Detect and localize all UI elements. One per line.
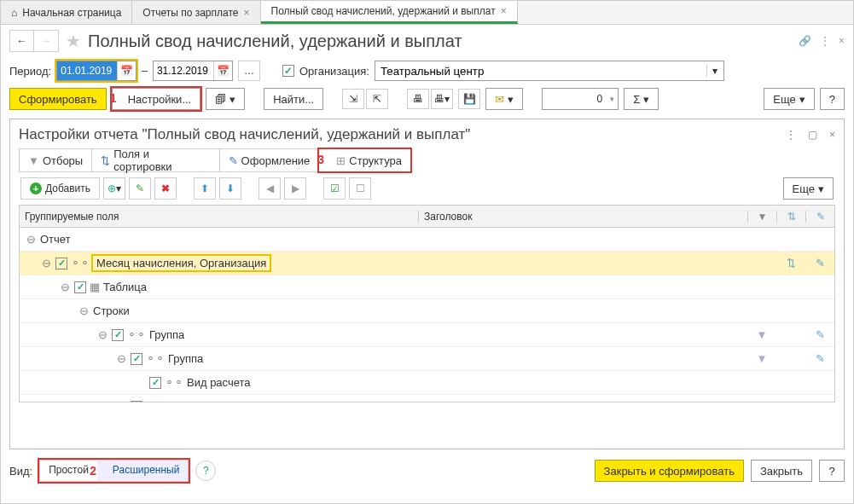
tab-reports-label: Отчеты по зарплате — [142, 7, 238, 19]
check-all-icon[interactable]: ☑ — [323, 177, 346, 200]
date-from-input[interactable] — [57, 61, 117, 80]
maximize-icon[interactable]: ▢ — [808, 129, 817, 141]
tab-home[interactable]: ⌂ Начальная страница — [1, 1, 132, 24]
view-simple[interactable]: Простой — [40, 461, 97, 481]
collapse-icon[interactable]: ⊖ — [26, 233, 37, 246]
period-picker-button[interactable]: … — [238, 61, 260, 81]
collapse-icon[interactable]: ⊖ — [61, 281, 71, 293]
col-brush-icon[interactable]: ✎ — [805, 211, 834, 223]
page-title: Полный свод начислений, удержаний и выпл… — [88, 32, 462, 51]
brush-icon[interactable]: ✎ — [805, 257, 834, 269]
print-dd-icon[interactable]: 🖶▾ — [431, 89, 453, 109]
star-icon[interactable]: ★ — [66, 31, 81, 51]
org-select[interactable]: ▾ — [375, 61, 724, 81]
collapse-icon[interactable]: ⊖ — [98, 328, 108, 341]
tree-icon: ⊞ — [336, 154, 346, 167]
close-window-icon[interactable]: × — [839, 35, 845, 47]
link-icon: ⚬⚬ — [146, 352, 165, 365]
help-button[interactable]: ? — [820, 88, 845, 110]
view-advanced[interactable]: Расширенный — [97, 461, 189, 481]
move-left-icon[interactable]: ◀ — [259, 177, 281, 200]
brush-icon[interactable]: ✎ — [805, 352, 834, 365]
col-sort-icon[interactable]: ⇅ — [776, 211, 805, 223]
panel-more-button[interactable]: Еще ▾ — [783, 177, 834, 200]
add-button[interactable]: +Добавить — [20, 177, 100, 200]
form-button[interactable]: Сформировать — [9, 88, 107, 110]
tree-row[interactable]: ⊖✓⚬⚬Вид расчета — [20, 371, 834, 395]
save-icon[interactable]: 💾 — [458, 89, 480, 109]
collapse-icon[interactable]: ⇱ — [366, 89, 388, 109]
delete-icon[interactable]: ✖ — [154, 177, 177, 200]
row-checkbox[interactable]: ✓ — [131, 353, 142, 365]
close-icon[interactable]: × — [243, 7, 249, 19]
link-icon[interactable]: 🔗 — [799, 35, 811, 47]
tree-row[interactable]: ⊖Отчет — [20, 228, 834, 252]
sum-button[interactable]: Σ ▾ — [624, 88, 659, 110]
calendar-icon[interactable]: 📅 — [117, 61, 136, 80]
tab-structure[interactable]: 3 ⊞Структура — [319, 149, 410, 171]
forward-button[interactable]: → — [34, 31, 58, 51]
close-and-form-button[interactable]: Закрыть и сформировать — [595, 460, 744, 482]
tab-reports[interactable]: Отчеты по зарплате × — [132, 1, 260, 24]
tab-filters[interactable]: ▼Отборы — [20, 149, 92, 171]
uncheck-all-icon[interactable]: ☐ — [349, 177, 371, 200]
mail-button[interactable]: ✉▾ — [485, 88, 523, 110]
variant-button[interactable]: 🗐▾ — [206, 88, 245, 110]
sort-icon[interactable]: ⇅ — [776, 257, 805, 269]
panel-controls: ⋮ ▢ × — [786, 129, 835, 141]
collapse-icon[interactable]: ⊖ — [42, 257, 52, 269]
number-box[interactable]: 0 — [542, 88, 619, 110]
period-bar: Период: 📅 – 📅 … ✓ Организация: ▾ — [1, 57, 853, 84]
footer-help-button[interactable]: ? — [819, 460, 845, 482]
move-right-icon[interactable]: ▶ — [284, 177, 306, 200]
settings-button[interactable]: Настройки... — [112, 88, 201, 110]
tree-row[interactable]: ⊖✓⚬⚬Месяц начисления, Организация ⇅✎ — [20, 252, 834, 275]
add-group-icon[interactable]: ⊕▾ — [103, 177, 125, 200]
view-switch: Простой 2 Расширенный — [39, 460, 189, 482]
tree-row[interactable]: ⊖Строки — [20, 299, 834, 323]
find-button[interactable]: Найти... — [264, 88, 323, 110]
row-checkbox[interactable]: ✓ — [149, 377, 161, 389]
date-to-input[interactable] — [154, 61, 213, 80]
funnel-icon[interactable]: ▼ — [747, 352, 776, 365]
calendar-icon[interactable]: 📅 — [213, 61, 232, 80]
collapse-icon[interactable]: ⊖ — [117, 352, 127, 365]
org-input[interactable] — [375, 61, 706, 80]
move-down-icon[interactable]: ⬇ — [219, 177, 241, 200]
dropdown-icon[interactable]: ▾ — [706, 65, 723, 77]
print-icon[interactable]: 🖶 — [407, 89, 429, 109]
settings-tabs: ▼Отборы ⇅Поля и сортировки ✎Оформление 3… — [19, 148, 411, 172]
more-button[interactable]: Еще ▾ — [764, 88, 814, 110]
help-icon[interactable]: ? — [195, 461, 216, 481]
tree-row[interactable]: ⊖✓⚬⚬Группа ▼✎ — [20, 323, 834, 347]
settings-toolbar: +Добавить ⊕▾ ✎ ✖ ⬆ ⬇ ◀ ▶ ☑ ☐ Еще ▾ — [19, 172, 835, 205]
marker-1: 1 — [110, 91, 117, 105]
row-checkbox[interactable]: ✓ — [74, 281, 86, 293]
tab-design[interactable]: ✎Оформление — [220, 149, 320, 171]
row-checkbox[interactable]: ✓ — [112, 329, 124, 341]
brush-icon[interactable]: ✎ — [805, 328, 834, 341]
expand-icon[interactable]: ⇲ — [342, 89, 364, 109]
nav-buttons: ← → — [9, 30, 59, 52]
collapse-icon[interactable]: ⊖ — [79, 304, 90, 317]
funnel-icon[interactable]: ▼ — [747, 328, 776, 341]
tab-active[interactable]: Полный свод начислений, удержаний и выпл… — [261, 1, 518, 24]
link-icon: ⚬⚬ — [71, 257, 90, 269]
date-to-box: 📅 — [153, 61, 233, 81]
kebab-icon[interactable]: ⋮ — [820, 35, 830, 47]
tree-row[interactable]: ⊖✓⚬⚬Группа ▼✎ — [20, 395, 834, 403]
move-up-icon[interactable]: ⬆ — [194, 177, 216, 200]
tree-row[interactable]: ⊖✓▦Таблица — [20, 275, 834, 299]
col-filter-icon[interactable]: ▼ — [747, 211, 776, 223]
mail-icon: ✉ — [495, 93, 504, 106]
back-button[interactable]: ← — [10, 31, 34, 51]
kebab-icon[interactable]: ⋮ — [786, 129, 796, 141]
close-icon[interactable]: × — [501, 5, 507, 17]
row-checkbox[interactable]: ✓ — [55, 258, 67, 269]
org-checkbox[interactable]: ✓ — [282, 65, 294, 77]
tab-fields[interactable]: ⇅Поля и сортировки — [92, 149, 219, 171]
close-button[interactable]: Закрыть — [751, 460, 812, 482]
tree-row[interactable]: ⊖✓⚬⚬Группа ▼✎ — [20, 347, 834, 371]
edit-icon[interactable]: ✎ — [129, 177, 151, 200]
close-icon[interactable]: × — [829, 129, 835, 141]
